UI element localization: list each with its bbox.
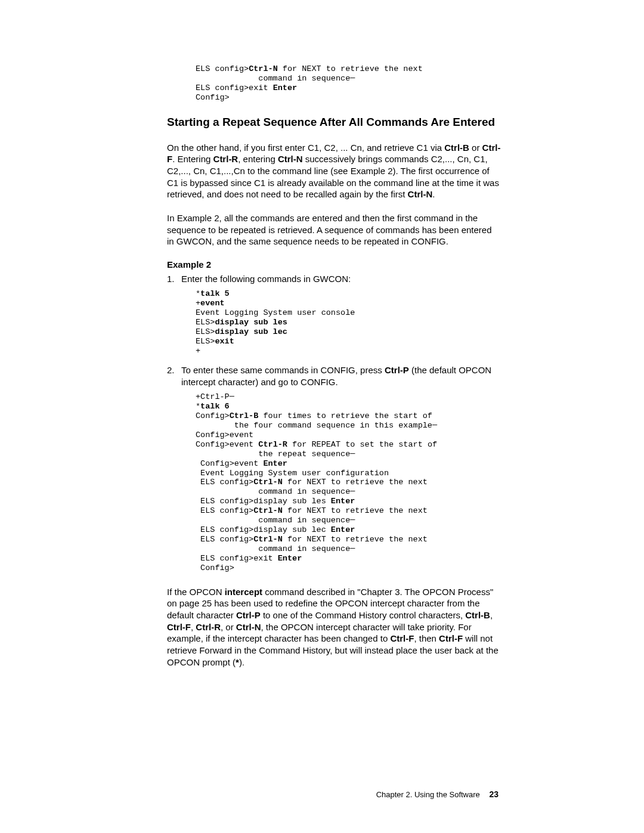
list-body: Enter the following commands in GWCON: (181, 273, 501, 285)
code-text: for NEXT to retrieve the next (278, 64, 423, 73)
page-footer: Chapter 2. Using the Software 23 (376, 789, 499, 799)
code-keystroke: Ctrl-N (249, 64, 278, 73)
footer-page-number: 23 (489, 789, 499, 799)
list-number: 1. (167, 273, 181, 285)
code-block-top: ELS config>Ctrl-N for NEXT to retrieve t… (196, 64, 501, 103)
list-item: 1. Enter the following commands in GWCON… (167, 273, 501, 285)
code-text: command in sequence─ (196, 74, 355, 83)
code-text: ELS config>exit (196, 83, 273, 92)
paragraph: On the other hand, if you first enter C1… (167, 142, 501, 200)
code-text: Config> (196, 93, 230, 102)
page-body: ELS config>Ctrl-N for NEXT to retrieve t… (167, 64, 501, 680)
code-block-config: +Ctrl-P─ *talk 6 Config>Ctrl-B four time… (196, 392, 501, 573)
code-text: ELS config> (196, 64, 249, 73)
list-item: 2. To enter these same commands in CONFI… (167, 364, 501, 388)
paragraph: In Example 2, all the commands are enter… (167, 212, 501, 247)
example-heading: Example 2 (167, 259, 501, 270)
list-body: To enter these same commands in CONFIG, … (181, 364, 501, 388)
code-keystroke: Enter (273, 83, 298, 92)
section-heading: Starting a Repeat Sequence After All Com… (167, 116, 501, 129)
code-block-gwcon: *talk 5 +event Event Logging System user… (196, 289, 501, 355)
paragraph: If the OPCON intercept command described… (167, 586, 501, 668)
list-number: 2. (167, 364, 181, 388)
footer-chapter: Chapter 2. Using the Software (376, 790, 480, 799)
